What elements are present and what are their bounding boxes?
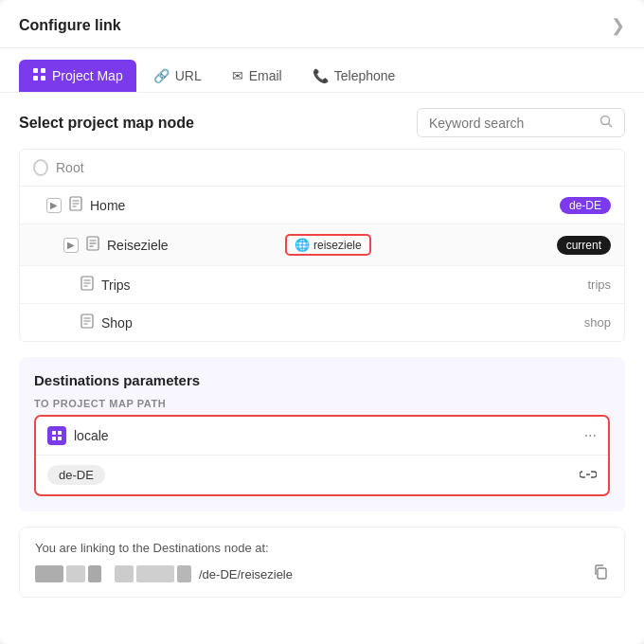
path-block-6 [177, 565, 191, 582]
project-map-icon [32, 67, 46, 84]
home-expand-icon: ▶ [46, 198, 62, 213]
root-label: Root [56, 160, 84, 175]
tree-row[interactable]: Root [20, 150, 624, 187]
search-icon [599, 115, 613, 131]
param-row: locale ··· de-DE [34, 415, 610, 496]
tab-url-label: URL [175, 68, 202, 83]
svg-point-4 [601, 116, 610, 125]
panel-header: Configure link ❯ [0, 0, 644, 48]
svg-rect-26 [598, 568, 606, 579]
copy-icon[interactable] [594, 564, 609, 583]
chevron-right-icon: ❯ [611, 15, 625, 36]
tree-row[interactable]: Shop shop [20, 304, 624, 341]
tab-project-map-label: Project Map [52, 68, 123, 83]
params-title: Destinations parameters [34, 372, 610, 388]
param-value-tag: de-DE [47, 465, 105, 485]
dots-menu-icon[interactable]: ··· [584, 427, 597, 444]
tab-telephone-label: Telephone [334, 68, 396, 83]
tree-row[interactable]: Trips trips [20, 266, 624, 304]
tree-container: Root ▶ Home de-DE ▶ [19, 149, 625, 342]
path-blocks [35, 565, 101, 582]
tab-telephone[interactable]: 📞 Telephone [299, 61, 409, 91]
path-block-2 [66, 565, 85, 582]
svg-rect-3 [41, 76, 45, 80]
reiseziele-label: Reiseziele [107, 238, 277, 253]
param-name: locale [74, 428, 577, 443]
param-header: locale ··· [36, 417, 608, 456]
globe-icon: 🌐 [295, 238, 310, 252]
tab-email-label: Email [249, 68, 282, 83]
svg-rect-22 [52, 431, 56, 435]
param-value-row: de-DE [36, 456, 608, 494]
reiseziele-slug-text: reiseziele [313, 239, 362, 252]
search-box[interactable] [417, 108, 625, 137]
main-content: Select project map node Root ▶ [0, 93, 644, 598]
reiseziele-slug-badge: 🌐 reiseziele [285, 234, 371, 256]
svg-line-5 [609, 124, 613, 128]
path-block-1 [35, 565, 63, 582]
svg-rect-1 [41, 68, 45, 73]
email-icon: ✉ [232, 68, 243, 83]
param-locale-icon [47, 426, 66, 445]
tab-email[interactable]: ✉ Email [219, 61, 295, 91]
shop-slug: shop [584, 315, 611, 330]
trips-slug: trips [587, 277, 611, 292]
destinations-params-section: Destinations parameters TO PROJECT MAP P… [19, 357, 625, 511]
linking-text: You are linking to the Destinations node… [35, 541, 609, 555]
root-circle-icon [33, 159, 48, 176]
shop-label: Shop [101, 315, 577, 331]
svg-rect-25 [58, 437, 62, 440]
linking-section: You are linking to the Destinations node… [19, 527, 625, 598]
tab-project-map[interactable]: Project Map [19, 60, 136, 92]
current-badge: current [557, 236, 611, 255]
home-label: Home [90, 198, 552, 213]
section-header: Select project map node [19, 93, 625, 149]
shop-doc-icon [80, 313, 94, 331]
telephone-icon: 📞 [313, 68, 329, 83]
tab-url[interactable]: 🔗 URL [140, 61, 215, 91]
path-blocks-2 [115, 565, 191, 582]
svg-rect-2 [33, 76, 38, 80]
svg-rect-23 [58, 431, 62, 435]
reiseziele-doc-icon [86, 236, 99, 254]
linking-path-text: /de-DE/reiseziele [199, 567, 293, 581]
reiseziele-expand-icon: ▶ [63, 238, 79, 253]
tab-bar: Project Map 🔗 URL ✉ Email 📞 Telephone [0, 48, 644, 93]
trips-doc-icon [80, 276, 94, 294]
path-block-5 [136, 565, 174, 582]
tree-row[interactable]: ▶ Home de-DE [20, 187, 624, 224]
tree-row[interactable]: ▶ Reiseziele 🌐 reiseziele current [20, 224, 624, 266]
svg-rect-0 [33, 68, 38, 73]
search-input[interactable] [429, 116, 594, 131]
trips-label: Trips [101, 277, 580, 293]
params-path-label: TO PROJECT MAP PATH [34, 398, 610, 409]
section-title: Select project map node [19, 115, 194, 132]
home-locale-badge: de-DE [560, 197, 611, 214]
path-block-4 [115, 565, 134, 582]
linking-path-row: /de-DE/reiseziele [35, 564, 609, 583]
panel-title: Configure link [19, 17, 121, 34]
configure-link-panel: Configure link ❯ Project Map 🔗 URL ✉ Ema… [0, 0, 644, 644]
link-icon: 🔗 [153, 68, 170, 83]
svg-rect-24 [52, 437, 56, 440]
path-block-3 [88, 565, 101, 582]
param-link-icon[interactable] [580, 467, 597, 484]
home-doc-icon [69, 196, 82, 214]
